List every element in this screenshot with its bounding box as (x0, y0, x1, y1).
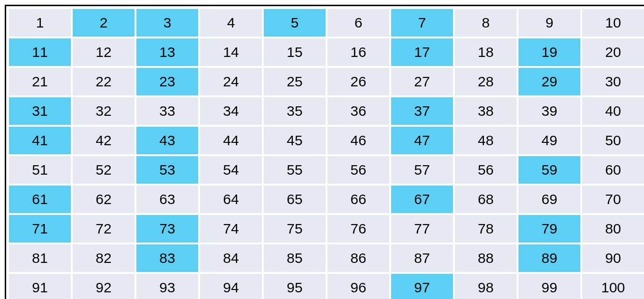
grid-cell: 53 (136, 156, 198, 184)
grid-cell: 35 (264, 97, 326, 125)
grid-cell: 39 (519, 97, 580, 125)
grid-cell: 33 (136, 97, 198, 125)
grid-cell: 59 (519, 156, 580, 184)
grid-cell: 38 (455, 97, 517, 125)
grid-cell: 56 (455, 156, 517, 184)
grid-cell: 50 (582, 127, 644, 154)
grid-cell: 5 (264, 9, 326, 37)
grid-cell: 76 (327, 215, 389, 243)
grid-cell: 55 (264, 156, 326, 184)
grid-cell: 66 (327, 186, 389, 213)
grid-cell: 90 (582, 244, 644, 272)
grid-cell: 19 (519, 38, 580, 66)
grid-cell: 26 (327, 68, 389, 95)
grid-cell: 95 (264, 274, 326, 299)
grid-cell: 74 (200, 215, 262, 243)
grid-cell: 70 (582, 186, 644, 213)
grid-cell: 18 (455, 38, 517, 66)
grid-cell: 41 (9, 127, 71, 154)
grid-cell: 42 (73, 127, 135, 154)
grid-cell: 8 (455, 9, 517, 37)
grid-cell: 48 (455, 127, 517, 154)
grid-cell: 81 (9, 244, 71, 272)
grid-cell: 13 (136, 38, 198, 66)
grid-cell: 98 (455, 274, 517, 299)
grid-cell: 23 (136, 68, 198, 95)
grid-cell: 28 (455, 68, 517, 95)
grid-cell: 51 (9, 156, 71, 184)
grid-cell: 9 (519, 9, 580, 37)
grid-cell: 37 (391, 97, 453, 125)
grid-cell: 20 (582, 38, 644, 66)
grid-cell: 75 (264, 215, 326, 243)
grid-cell: 62 (73, 186, 135, 213)
grid-cell: 56 (327, 156, 389, 184)
grid-cell: 27 (391, 68, 453, 95)
grid-cell: 31 (9, 97, 71, 125)
grid-cell: 68 (455, 186, 517, 213)
grid-cell: 32 (73, 97, 135, 125)
grid-cell: 69 (519, 186, 580, 213)
grid-cell: 82 (73, 244, 135, 272)
grid-cell: 65 (264, 186, 326, 213)
grid-cell: 86 (327, 244, 389, 272)
grid-cell: 97 (391, 274, 453, 299)
grid-cell: 12 (73, 38, 135, 66)
grid-cell: 47 (391, 127, 453, 154)
grid-cell: 61 (9, 186, 71, 213)
grid-cell: 45 (264, 127, 326, 154)
number-grid-wrapper: 1234567891011121314151617181920212223242… (5, 5, 644, 299)
grid-cell: 4 (200, 9, 262, 37)
grid-cell: 60 (582, 156, 644, 184)
grid-cell: 30 (582, 68, 644, 95)
grid-cell: 6 (327, 9, 389, 37)
grid-cell: 100 (582, 274, 644, 299)
grid-cell: 54 (200, 156, 262, 184)
grid-cell: 71 (9, 215, 71, 243)
grid-cell: 79 (519, 215, 580, 243)
grid-cell: 46 (327, 127, 389, 154)
grid-cell: 1 (9, 9, 71, 37)
grid-cell: 78 (455, 215, 517, 243)
grid-cell: 44 (200, 127, 262, 154)
grid-cell: 3 (136, 9, 198, 37)
number-grid: 1234567891011121314151617181920212223242… (9, 9, 644, 299)
grid-cell: 16 (327, 38, 389, 66)
grid-cell: 67 (391, 186, 453, 213)
grid-cell: 22 (73, 68, 135, 95)
grid-cell: 88 (455, 244, 517, 272)
grid-cell: 63 (136, 186, 198, 213)
grid-cell: 10 (582, 9, 644, 37)
grid-cell: 91 (9, 274, 71, 299)
grid-cell: 85 (264, 244, 326, 272)
grid-cell: 52 (73, 156, 135, 184)
grid-cell: 92 (73, 274, 135, 299)
grid-cell: 73 (136, 215, 198, 243)
grid-cell: 25 (264, 68, 326, 95)
grid-cell: 96 (327, 274, 389, 299)
grid-cell: 49 (519, 127, 580, 154)
grid-cell: 43 (136, 127, 198, 154)
grid-cell: 94 (200, 274, 262, 299)
grid-cell: 40 (582, 97, 644, 125)
grid-cell: 15 (264, 38, 326, 66)
grid-cell: 17 (391, 38, 453, 66)
grid-cell: 21 (9, 68, 71, 95)
grid-cell: 64 (200, 186, 262, 213)
grid-cell: 99 (519, 274, 580, 299)
grid-cell: 36 (327, 97, 389, 125)
grid-cell: 14 (200, 38, 262, 66)
grid-cell: 93 (136, 274, 198, 299)
grid-cell: 89 (519, 244, 580, 272)
grid-cell: 83 (136, 244, 198, 272)
grid-cell: 80 (582, 215, 644, 243)
grid-cell: 87 (391, 244, 453, 272)
grid-cell: 11 (9, 38, 71, 66)
grid-cell: 24 (200, 68, 262, 95)
grid-cell: 84 (200, 244, 262, 272)
grid-cell: 34 (200, 97, 262, 125)
grid-cell: 7 (391, 9, 453, 37)
grid-cell: 57 (391, 156, 453, 184)
grid-cell: 77 (391, 215, 453, 243)
grid-cell: 72 (73, 215, 135, 243)
